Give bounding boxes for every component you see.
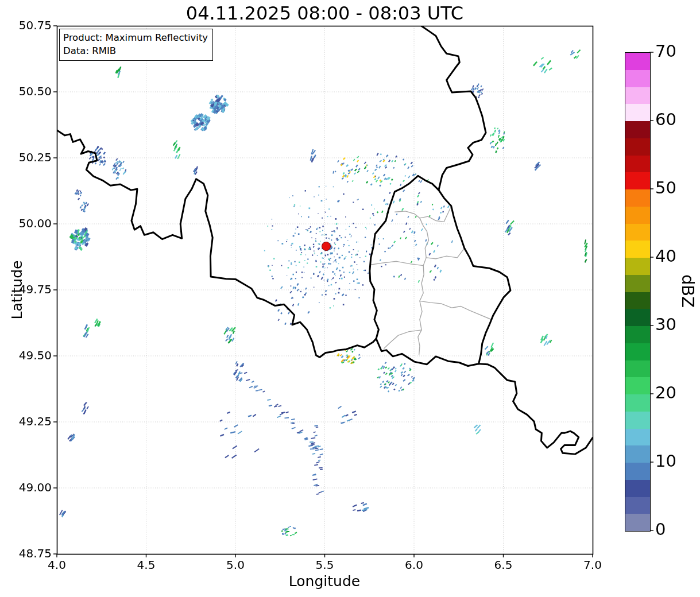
colorbar-segment xyxy=(625,104,650,121)
x-tick-label: 6.5 xyxy=(484,558,524,572)
colorbar-segment xyxy=(625,206,650,223)
data-source-label: Data: RMIB xyxy=(63,44,208,57)
colorbar-tick-label: 10 xyxy=(655,451,690,471)
x-tick-label: 6.0 xyxy=(394,558,434,572)
y-tick-label: 50.75 xyxy=(2,18,52,32)
colorbar-segment xyxy=(625,138,650,155)
y-tick-label: 50.00 xyxy=(2,216,52,230)
colorbar-tick-label: 40 xyxy=(655,246,690,266)
colorbar-segment xyxy=(625,326,650,343)
colorbar-segment xyxy=(625,53,650,70)
colorbar-tick-label: 0 xyxy=(655,520,690,539)
plot-title: 04.11.2025 08:00 - 08:03 UTC xyxy=(0,2,649,24)
map-canvas xyxy=(0,0,700,597)
colorbar-segment xyxy=(625,377,650,394)
colorbar-segment xyxy=(625,309,650,326)
colorbar-segment xyxy=(625,121,650,138)
y-tick-label: 50.50 xyxy=(2,84,52,98)
product-line-label: Product: Maximum Reflectivity xyxy=(63,31,208,44)
colorbar-segment xyxy=(625,514,650,531)
colorbar xyxy=(625,52,651,532)
x-tick-label: 7.0 xyxy=(573,558,613,572)
colorbar-segment xyxy=(625,189,650,207)
colorbar-segment xyxy=(625,463,650,480)
colorbar-segment xyxy=(625,223,650,241)
colorbar-tick-label: 50 xyxy=(655,178,690,197)
colorbar-segment xyxy=(625,155,650,172)
radar-site-marker xyxy=(322,242,331,251)
colorbar-segment xyxy=(625,479,650,497)
colorbar-segment xyxy=(625,497,650,514)
colorbar-tick-label: 70 xyxy=(655,41,690,61)
y-tick-label: 49.00 xyxy=(2,480,52,494)
colorbar-tick-label: 30 xyxy=(655,315,690,334)
x-axis-label: Longitude xyxy=(238,573,411,590)
figure-root: 04.11.2025 08:00 - 08:03 UTC Product: Ma… xyxy=(0,0,700,597)
colorbar-tick-label: 20 xyxy=(655,383,690,402)
colorbar-label: dBZ xyxy=(668,272,700,311)
y-tick-label: 49.50 xyxy=(2,348,52,362)
x-tick-label: 5.0 xyxy=(215,558,256,572)
colorbar-segment xyxy=(625,343,650,360)
y-tick-label: 50.25 xyxy=(2,150,52,164)
colorbar-segment xyxy=(625,274,650,292)
x-tick-label: 5.5 xyxy=(305,558,345,572)
colorbar-tick-label: 60 xyxy=(655,110,690,129)
colorbar-segment xyxy=(625,87,650,104)
colorbar-segment xyxy=(625,360,650,377)
colorbar-segment xyxy=(625,241,650,258)
colorbar-segment xyxy=(625,292,650,309)
x-tick-label: 4.5 xyxy=(126,558,167,572)
colorbar-segment xyxy=(625,445,650,463)
product-info-box: Product: Maximum Reflectivity Data: RMIB xyxy=(59,29,213,61)
colorbar-segment xyxy=(625,69,650,87)
colorbar-segment xyxy=(625,258,650,275)
y-tick-label: 48.75 xyxy=(2,546,52,560)
colorbar-segment xyxy=(625,172,650,189)
colorbar-segment xyxy=(625,411,650,428)
colorbar-segment xyxy=(625,394,650,412)
y-tick-label: 49.75 xyxy=(2,282,52,296)
y-tick-label: 49.25 xyxy=(2,414,52,428)
colorbar-segment xyxy=(625,428,650,445)
